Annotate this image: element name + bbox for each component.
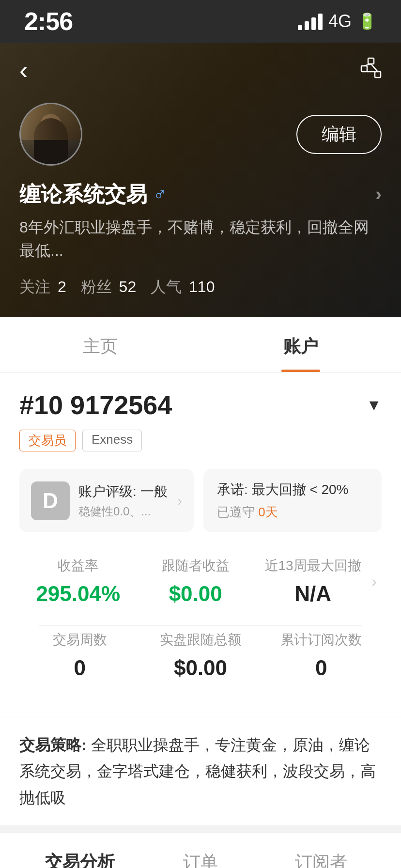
promise-title: 承诺: 最大回撤 < 20% [217, 480, 368, 499]
share-button[interactable] [360, 57, 382, 83]
status-icons: 4G 🔋 [298, 11, 377, 31]
analysis-tabs: 交易分析 订单 订阅者 [0, 825, 401, 868]
hero-nav: ‹ [19, 57, 382, 83]
follower-return-value: $0.00 [137, 582, 254, 606]
tab-analysis[interactable]: 交易分析 [19, 833, 140, 868]
fans-count: 52 [119, 278, 137, 295]
tab-subscribers[interactable]: 订阅者 [261, 833, 382, 868]
rating-info: 账户评级: 一般 稳健性0.0、... [78, 482, 169, 519]
tab-orders[interactable]: 订单 [140, 833, 261, 868]
promise-sub: 已遵守 0天 [217, 504, 368, 521]
follow-count: 2 [58, 278, 66, 295]
fans-label: 粉丝 [81, 278, 112, 295]
promise-card[interactable]: 承诺: 最大回撤 < 20% 已遵守 0天 [203, 469, 382, 532]
stat-trade-weeks: 交易周数 0 [19, 626, 140, 685]
stat-max-drawdown: 近13周最大回撤 N/A [254, 552, 371, 611]
hero-section: ‹ 编辑 缠论系统交易 ♂ › 8年外 [0, 43, 401, 317]
status-bar: 2:56 4G 🔋 [0, 0, 401, 43]
tag-trader: 交易员 [19, 430, 76, 451]
hero-profile: 编辑 [19, 103, 382, 166]
svg-line-3 [364, 64, 371, 66]
account-dropdown[interactable]: ▼ [366, 396, 382, 414]
stats-row-2: 交易周数 0 实盘跟随总额 $0.00 累计订阅次数 0 [19, 626, 382, 685]
strategy-label: 交易策略: [19, 736, 87, 754]
stats-row-1: 收益率 295.04% 跟随者收益 $0.00 近13周最大回撤 N/A › [19, 552, 382, 611]
trade-weeks-value: 0 [19, 656, 140, 680]
account-id: #10 9172564 [19, 390, 172, 420]
svg-rect-2 [375, 72, 381, 78]
rating-arrow: › [177, 493, 182, 509]
live-total-value: $0.00 [140, 656, 261, 680]
stat-subscription-count: 累计订阅次数 0 [261, 626, 382, 685]
stat-live-total: 实盘跟随总额 $0.00 [140, 626, 261, 685]
subscription-count-value: 0 [261, 656, 382, 680]
status-time: 2:56 [24, 7, 73, 36]
profile-arrow[interactable]: › [375, 184, 382, 205]
follow-label: 关注 [19, 278, 50, 295]
popularity-count: 110 [189, 278, 215, 295]
stats-row-arrow[interactable]: › [371, 573, 382, 590]
svg-rect-0 [368, 58, 374, 64]
rating-sub: 稳健性0.0、... [78, 504, 169, 519]
hero-name: 缠论系统交易 ♂ › [19, 180, 382, 209]
gender-icon: ♂ [153, 184, 167, 205]
return-rate-value: 295.04% [19, 582, 137, 606]
main-tabs: 主页 账户 [0, 317, 401, 372]
signal-icon [298, 13, 323, 30]
max-drawdown-value: N/A [254, 582, 371, 606]
battery-icon: 🔋 [357, 12, 377, 31]
rating-cards: D 账户评级: 一般 稳健性0.0、... › 承诺: 最大回撤 < 20% 已… [19, 469, 382, 532]
back-button[interactable]: ‹ [19, 58, 28, 83]
hero-stats: 关注 2 粉丝 52 人气 110 [19, 277, 382, 298]
promise-days: 0天 [258, 505, 278, 519]
rating-title: 账户评级: 一般 [78, 482, 169, 501]
hero-bio: 8年外汇职业操盘手，不赌博，稳定获利，回撤全网最低... [19, 216, 382, 262]
grade-badge: D [31, 481, 70, 520]
strategy-section: 交易策略: 全职职业操盘手，专注黄金，原油，缠论系统交易，金字塔式建仓，稳健获利… [0, 717, 401, 825]
account-id-row: #10 9172564 ▼ [19, 390, 382, 420]
tab-account[interactable]: 账户 [200, 317, 401, 372]
strategy-text: 交易策略: 全职职业操盘手，专注黄金，原油，缠论系统交易，金字塔式建仓，稳健获利… [19, 732, 382, 811]
avatar [19, 103, 82, 166]
stat-return-rate: 收益率 295.04% [19, 552, 137, 611]
network-label: 4G [328, 11, 352, 31]
svg-line-4 [371, 64, 378, 72]
popularity-label: 人气 [151, 278, 182, 295]
account-content: #10 9172564 ▼ 交易员 Exness D 账户评级: 一般 稳健性0… [0, 372, 401, 868]
tab-home[interactable]: 主页 [0, 317, 200, 372]
tag-broker: Exness [82, 430, 142, 451]
edit-button[interactable]: 编辑 [296, 115, 382, 154]
account-section: #10 9172564 ▼ 交易员 Exness D 账户评级: 一般 稳健性0… [0, 372, 401, 717]
account-tags: 交易员 Exness [19, 430, 382, 451]
svg-rect-1 [361, 66, 367, 72]
rating-card[interactable]: D 账户评级: 一般 稳健性0.0、... › [19, 469, 194, 532]
stat-follower-return: 跟随者收益 $0.00 [137, 552, 254, 611]
